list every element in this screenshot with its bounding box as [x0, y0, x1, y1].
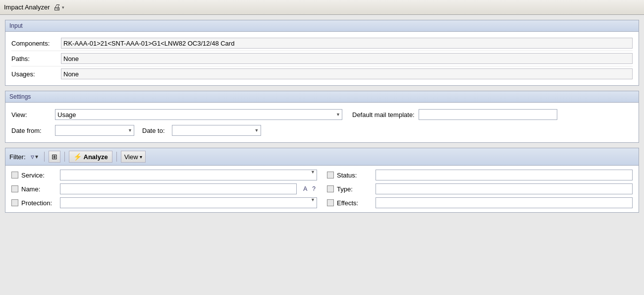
filter-bar: Filter: ▿ ▾ ⊞ ⚡ Analyze View ▾ — [5, 148, 639, 165]
type-checkbox[interactable] — [327, 185, 334, 192]
filter-grid: Service: ▼ Status: Name: — [11, 170, 633, 208]
view-button[interactable]: View ▾ — [121, 151, 146, 163]
date-to-wrapper: ▼ — [172, 125, 261, 136]
service-select[interactable] — [60, 170, 317, 180]
protection-select-wrapper: ▼ — [60, 197, 317, 208]
protection-checkbox[interactable] — [11, 199, 18, 206]
service-select-wrapper: ▼ — [60, 170, 317, 180]
view-row: View: Usage Service Path ▼ Default mail … — [11, 107, 633, 122]
filter-label: Filter: — [9, 153, 26, 161]
status-input[interactable] — [376, 170, 633, 180]
service-checkbox[interactable] — [11, 172, 18, 178]
main-content: Input Components: RK-AAA-01>21<SNT-AAA-0… — [0, 15, 644, 295]
mail-template-input[interactable] — [419, 109, 557, 120]
toolbar-sep-1 — [44, 152, 45, 162]
filter-funnel-button[interactable]: ▿ ▾ — [29, 152, 40, 162]
effects-checkbox[interactable] — [327, 199, 334, 206]
date-to-select[interactable] — [172, 125, 261, 136]
type-filter-row: Type: — [327, 183, 633, 194]
filter-fields: Service: ▼ Status: Name: — [5, 165, 639, 213]
app-title: Impact Analyzer — [4, 3, 50, 11]
status-checkbox[interactable] — [327, 172, 334, 178]
filter-dropdown-arrow: ▾ — [35, 153, 38, 160]
printer-icon: 🖨 — [53, 3, 61, 12]
view-label: View: — [11, 111, 51, 118]
service-filter-row: Service: ▼ — [11, 170, 317, 180]
protection-filter-row: Protection: ▼ — [11, 197, 317, 208]
name-field-label: Name: — [21, 185, 57, 193]
view-button-label: View — [124, 153, 138, 161]
date-from-wrapper: ▼ — [55, 125, 134, 136]
lightning-icon: ⚡ — [73, 153, 82, 161]
protection-select[interactable] — [60, 197, 317, 208]
effects-input[interactable] — [376, 197, 633, 208]
settings-section-header: Settings — [5, 91, 639, 103]
status-field-label: Status: — [337, 172, 373, 179]
date-from-label: Date from: — [11, 127, 51, 134]
analyze-button[interactable]: ⚡ Analyze — [69, 151, 112, 163]
view-dropdown-arrow: ▾ — [140, 154, 142, 160]
components-label: Components: — [11, 40, 61, 47]
components-value: RK-AAA-01>21<SNT-AAA-01>G1<LNW82 OC3/12/… — [61, 38, 633, 49]
date-to-label: Date to: — [142, 127, 165, 134]
toolbar-sep-3 — [116, 152, 117, 162]
paths-row: Paths: None — [11, 51, 633, 66]
input-section-body: Components: RK-AAA-01>21<SNT-AAA-01>G1<L… — [5, 32, 639, 85]
usages-row: Usages: None — [11, 66, 633, 81]
view-select[interactable]: Usage Service Path — [55, 109, 342, 120]
toolbar-sep-2 — [64, 152, 65, 162]
title-bar: Impact Analyzer 🖨 ▾ — [0, 0, 644, 15]
effects-filter-row: Effects: — [327, 197, 633, 208]
type-field-label: Type: — [337, 185, 373, 193]
status-filter-row: Status: — [327, 170, 633, 180]
paths-label: Paths: — [11, 55, 61, 62]
analyze-label: Analyze — [84, 153, 108, 161]
mail-template-label: Default mail template: — [352, 111, 415, 118]
settings-section-body: View: Usage Service Path ▼ Default mail … — [5, 103, 639, 142]
name-checkbox[interactable] — [11, 185, 18, 192]
name-input[interactable] — [60, 183, 297, 194]
effects-field-label: Effects: — [337, 199, 373, 207]
usages-value: None — [61, 68, 633, 79]
input-section: Input Components: RK-AAA-01>21<SNT-AAA-0… — [5, 20, 639, 86]
date-row: Date from: ▼ Date to: ▼ — [11, 122, 633, 138]
print-dropdown-arrow: ▾ — [62, 5, 64, 10]
grid-icon: ⊞ — [52, 153, 57, 161]
usages-label: Usages: — [11, 70, 61, 78]
grid-icon-button[interactable]: ⊞ — [49, 151, 60, 163]
print-button[interactable]: 🖨 ▾ — [53, 3, 64, 12]
protection-field-label: Protection: — [21, 199, 57, 207]
paths-value: None — [61, 53, 633, 64]
name-help-button[interactable]: ? — [311, 185, 317, 193]
date-from-select[interactable] — [55, 125, 134, 136]
funnel-icon: ▿ — [31, 153, 34, 161]
service-field-label: Service: — [21, 172, 57, 179]
components-row: Components: RK-AAA-01>21<SNT-AAA-01>G1<L… — [11, 36, 633, 51]
view-select-wrapper: Usage Service Path ▼ — [55, 109, 342, 120]
input-section-header: Input — [5, 20, 639, 32]
type-input[interactable] — [376, 183, 633, 194]
settings-section: Settings View: Usage Service Path ▼ Defa… — [5, 91, 639, 143]
name-extras: A ? — [302, 185, 317, 193]
name-filter-row: Name: A ? — [11, 183, 317, 194]
name-a-button[interactable]: A — [302, 185, 309, 193]
